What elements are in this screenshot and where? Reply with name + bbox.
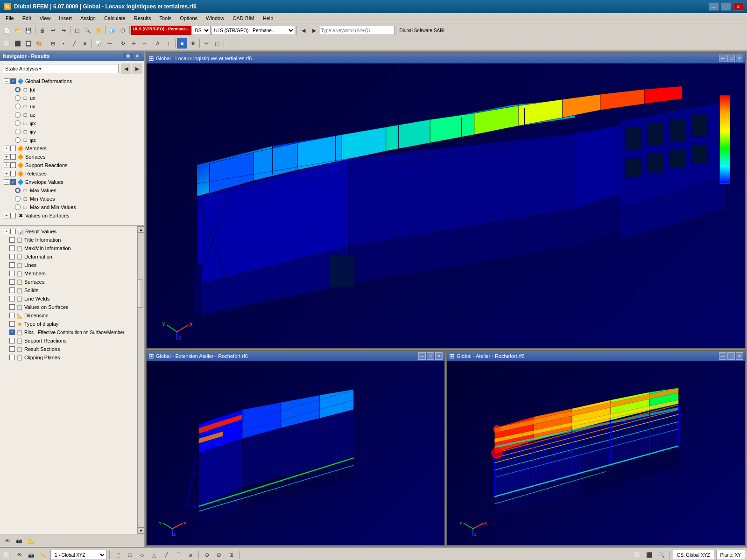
nav-close-button[interactable]: ✕ [134, 53, 141, 59]
status-snap-3[interactable]: ⊞ [226, 550, 236, 560]
tree-item-type-display[interactable]: ■ Type of display [0, 320, 137, 328]
scrollbar-thumb[interactable] [138, 280, 143, 308]
checkbox-members[interactable] [10, 146, 16, 151]
checkbox-title-info[interactable] [9, 237, 15, 243]
radio-ux[interactable] [15, 95, 21, 101]
checkbox-clipping-planes[interactable] [9, 355, 15, 360]
nav-float-button[interactable]: ⧉ [124, 53, 132, 59]
status-tb-5[interactable]: ╱ [161, 550, 171, 560]
nav-tb-eye[interactable]: 👁 [2, 536, 12, 546]
vp-bl-close[interactable]: ✕ [435, 352, 443, 360]
tree-item-phix[interactable]: □ φx [0, 119, 144, 127]
tb-undo[interactable]: ↩ [48, 25, 58, 35]
tree-item-deformation[interactable]: 📋 Deformation [0, 252, 137, 261]
expander-surfaces[interactable]: + [4, 154, 9, 160]
tree-item-surfaces[interactable]: + 🔶 Surfaces [0, 153, 144, 161]
tb-view3d[interactable]: 🧊 [107, 25, 117, 35]
menu-tools[interactable]: Tools [155, 14, 175, 22]
vp-br-maximize[interactable]: □ [727, 352, 735, 360]
close-button[interactable]: ✕ [733, 2, 743, 11]
tb-print[interactable]: 🖨 [37, 25, 47, 35]
tree-item-values-on-surfaces[interactable]: + ✖ Values on Surfaces [0, 211, 144, 220]
nav-scrollbar[interactable]: ▲ ▼ [137, 226, 144, 534]
status-tb-4[interactable]: △ [149, 550, 159, 560]
tb2-2[interactable]: ⬛ [13, 38, 23, 49]
menu-file[interactable]: File [2, 14, 18, 22]
tb2-isolate[interactable]: 👁 [188, 38, 198, 49]
menu-view[interactable]: View [36, 14, 55, 22]
status-snap-2[interactable]: ∅ [214, 550, 224, 560]
menu-assign[interactable]: Assign [77, 14, 99, 22]
status-icon-3[interactable]: 📷 [26, 550, 36, 560]
nav-header-controls[interactable]: ⧉ ✕ [124, 53, 141, 59]
status-tb-6[interactable]: ⌒ [173, 550, 183, 560]
status-right-3[interactable]: 🔍 [656, 550, 667, 560]
tree-item-u-abs[interactable]: □ |u| [0, 85, 144, 94]
tb-wireframe[interactable]: ⬡ [118, 25, 128, 35]
analysis-dropdown[interactable]: Static Analysis ▼ [3, 64, 119, 73]
radio-min-values[interactable] [15, 196, 21, 202]
radio-uy[interactable] [15, 104, 21, 109]
tree-item-uy[interactable]: □ uy [0, 102, 144, 111]
status-right-2[interactable]: ⬛ [644, 550, 655, 560]
checkbox-surfaces2[interactable] [9, 279, 15, 285]
checkbox-result-values[interactable] [10, 229, 16, 234]
expander-members[interactable]: + [4, 146, 9, 151]
title-bar-controls[interactable]: — □ ✕ [709, 2, 743, 11]
checkbox-surfaces[interactable] [10, 154, 16, 160]
vp-top-close[interactable]: ✕ [736, 55, 743, 62]
expander-support-reactions[interactable]: + [4, 162, 9, 168]
radio-phiz[interactable] [15, 137, 21, 143]
radio-uz[interactable] [15, 112, 21, 118]
checkbox-support-reactions2[interactable] [9, 338, 15, 343]
checkbox-ribs[interactable]: ✓ [9, 329, 15, 335]
vp-br-controls[interactable]: — □ ✕ [719, 352, 743, 360]
tree-item-releases[interactable]: + 🔶 Releases [0, 169, 144, 178]
nav-prev-btn[interactable]: ◀ [121, 63, 131, 74]
tree-item-support-reactions2[interactable]: 📋 Support Reactions [0, 336, 137, 345]
tree-item-clipping-planes[interactable]: 📋 Clipping Planes [0, 353, 137, 362]
menu-cadbim[interactable]: CAD-BIM [229, 14, 258, 22]
tb2-nodes[interactable]: • [58, 38, 69, 49]
expander-releases[interactable]: + [4, 171, 9, 176]
status-snap-1[interactable]: ⊕ [202, 550, 212, 560]
tb2-section[interactable]: ⬚ [212, 38, 222, 49]
tb2-members[interactable]: ≡ [80, 38, 90, 49]
status-icon-2[interactable]: 👁 [14, 550, 24, 560]
tb2-3[interactable]: 🔲 [23, 38, 34, 49]
expander-values-on-surfaces[interactable]: + [4, 213, 9, 218]
checkbox-dimension[interactable] [9, 313, 15, 318]
menu-edit[interactable]: Edit [19, 14, 35, 22]
tree-item-support-reactions[interactable]: + 🔶 Support Reactions [0, 161, 144, 169]
tree-item-surfaces2[interactable]: 📋 Surfaces [0, 278, 137, 286]
checkbox-values-on-surfaces2[interactable] [9, 304, 15, 310]
tree-item-uz[interactable]: □ uz [0, 111, 144, 119]
tree-item-max-min-values[interactable]: □ Max and Min Values [0, 203, 144, 211]
tree-item-phiy[interactable]: □ φy [0, 127, 144, 136]
tree-item-members2[interactable]: 📋 Members [0, 269, 137, 278]
tb2-more[interactable]: ⋯ [226, 38, 236, 49]
tree-item-maxmin-info[interactable]: 📋 Max/Min Information [0, 244, 137, 252]
menu-results[interactable]: Results [130, 14, 155, 22]
scroll-up-arrow[interactable]: ▲ [138, 226, 144, 233]
tree-item-values-on-surfaces2[interactable]: 📋 Values on Surfaces [0, 303, 137, 311]
expander-global-deformations[interactable]: − [4, 78, 9, 84]
menu-calculate[interactable]: Calculate [100, 14, 129, 22]
tb2-1[interactable]: ⬜ [2, 38, 12, 49]
nav-next-btn[interactable]: ▶ [132, 63, 142, 74]
tb-select[interactable]: ▢ [72, 25, 82, 35]
tb2-render[interactable]: 🎨 [34, 38, 44, 49]
tb2-results[interactable]: 📊 [93, 38, 104, 49]
radio-phiy[interactable] [15, 129, 21, 134]
tree-item-members[interactable]: + 🔶 Members [0, 144, 144, 153]
nav-tb-cam[interactable]: 📷 [14, 536, 24, 546]
tree-item-lines[interactable]: 📋 Lines [0, 261, 137, 269]
status-icon-1[interactable]: ⬜ [2, 550, 12, 560]
expander-envelope-values[interactable]: − [4, 179, 9, 185]
tb-zoom[interactable]: 🔍 [83, 25, 93, 35]
checkbox-members2[interactable] [9, 271, 15, 276]
radio-phix[interactable] [15, 120, 21, 126]
radio-u-abs[interactable] [15, 87, 21, 92]
checkbox-releases[interactable] [10, 171, 16, 176]
radio-max-min-values[interactable] [15, 204, 21, 210]
